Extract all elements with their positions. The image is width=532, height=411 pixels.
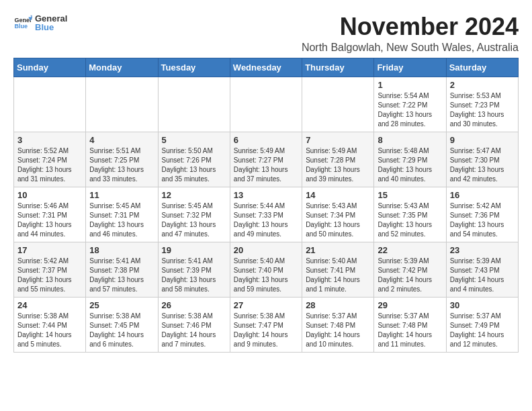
day-info: Sunrise: 5:39 AM Sunset: 7:43 PM Dayligh… — [450, 257, 515, 294]
calendar-cell: 24Sunrise: 5:38 AM Sunset: 7:44 PM Dayli… — [14, 297, 86, 352]
day-info: Sunrise: 5:42 AM Sunset: 7:36 PM Dayligh… — [450, 201, 515, 239]
calendar-week-3: 10Sunrise: 5:46 AM Sunset: 7:31 PM Dayli… — [14, 187, 519, 242]
calendar-cell — [158, 77, 230, 132]
day-info: Sunrise: 5:54 AM Sunset: 7:22 PM Dayligh… — [378, 91, 442, 129]
day-info: Sunrise: 5:46 AM Sunset: 7:31 PM Dayligh… — [17, 201, 82, 239]
calendar-cell: 18Sunrise: 5:41 AM Sunset: 7:38 PM Dayli… — [86, 242, 158, 297]
day-number: 25 — [89, 300, 154, 310]
calendar-table: SundayMondayTuesdayWednesdayThursdayFrid… — [13, 58, 519, 353]
calendar-cell: 19Sunrise: 5:41 AM Sunset: 7:39 PM Dayli… — [158, 242, 230, 297]
day-info: Sunrise: 5:43 AM Sunset: 7:34 PM Dayligh… — [306, 201, 370, 239]
day-info: Sunrise: 5:44 AM Sunset: 7:33 PM Dayligh… — [234, 201, 298, 239]
day-number: 2 — [450, 80, 515, 90]
day-info: Sunrise: 5:40 AM Sunset: 7:40 PM Dayligh… — [234, 257, 298, 294]
day-info: Sunrise: 5:49 AM Sunset: 7:27 PM Dayligh… — [234, 146, 298, 184]
calendar-cell: 22Sunrise: 5:39 AM Sunset: 7:42 PM Dayli… — [374, 242, 446, 297]
header-saturday: Saturday — [446, 58, 518, 77]
day-info: Sunrise: 5:38 AM Sunset: 7:44 PM Dayligh… — [17, 312, 82, 349]
day-number: 1 — [378, 80, 442, 90]
calendar-cell: 14Sunrise: 5:43 AM Sunset: 7:34 PM Dayli… — [302, 187, 374, 242]
header-sunday: Sunday — [14, 58, 86, 77]
calendar-cell: 21Sunrise: 5:40 AM Sunset: 7:41 PM Dayli… — [302, 242, 374, 297]
header-monday: Monday — [86, 58, 158, 77]
day-info: Sunrise: 5:38 AM Sunset: 7:46 PM Dayligh… — [162, 312, 226, 349]
calendar-cell: 20Sunrise: 5:40 AM Sunset: 7:40 PM Dayli… — [230, 242, 302, 297]
logo: General Blue General Blue — [13, 13, 67, 32]
calendar-cell: 8Sunrise: 5:48 AM Sunset: 7:29 PM Daylig… — [374, 132, 446, 187]
day-number: 10 — [17, 190, 82, 200]
calendar-week-2: 3Sunrise: 5:52 AM Sunset: 7:24 PM Daylig… — [14, 132, 519, 187]
day-info: Sunrise: 5:39 AM Sunset: 7:42 PM Dayligh… — [378, 257, 442, 294]
calendar-cell — [86, 77, 158, 132]
header-wednesday: Wednesday — [230, 58, 302, 77]
page-header: General Blue General Blue November 2024 … — [13, 13, 519, 54]
title-area: November 2024 North Balgowlah, New South… — [302, 13, 519, 54]
logo-blue-text: Blue — [35, 22, 67, 32]
day-number: 14 — [306, 190, 370, 200]
day-number: 24 — [17, 300, 82, 310]
calendar-cell: 23Sunrise: 5:39 AM Sunset: 7:43 PM Dayli… — [446, 242, 518, 297]
day-number: 18 — [89, 245, 154, 255]
calendar-cell: 28Sunrise: 5:37 AM Sunset: 7:48 PM Dayli… — [302, 297, 374, 352]
calendar-cell: 17Sunrise: 5:42 AM Sunset: 7:37 PM Dayli… — [14, 242, 86, 297]
day-info: Sunrise: 5:53 AM Sunset: 7:23 PM Dayligh… — [450, 91, 515, 129]
logo-icon: General Blue — [13, 13, 32, 32]
day-number: 15 — [378, 190, 442, 200]
calendar-cell: 2Sunrise: 5:53 AM Sunset: 7:23 PM Daylig… — [446, 77, 518, 132]
calendar-cell: 9Sunrise: 5:47 AM Sunset: 7:30 PM Daylig… — [446, 132, 518, 187]
month-title: November 2024 — [302, 13, 519, 40]
calendar-cell: 15Sunrise: 5:43 AM Sunset: 7:35 PM Dayli… — [374, 187, 446, 242]
calendar-cell: 7Sunrise: 5:49 AM Sunset: 7:28 PM Daylig… — [302, 132, 374, 187]
day-number: 17 — [17, 245, 82, 255]
day-info: Sunrise: 5:43 AM Sunset: 7:35 PM Dayligh… — [378, 201, 442, 239]
day-number: 6 — [234, 135, 298, 145]
day-info: Sunrise: 5:52 AM Sunset: 7:24 PM Dayligh… — [17, 146, 82, 184]
location-title: North Balgowlah, New South Wales, Austra… — [302, 42, 519, 54]
day-number: 12 — [162, 190, 226, 200]
calendar-cell: 10Sunrise: 5:46 AM Sunset: 7:31 PM Dayli… — [14, 187, 86, 242]
calendar-cell — [230, 77, 302, 132]
day-number: 20 — [234, 245, 298, 255]
day-number: 5 — [162, 135, 226, 145]
day-info: Sunrise: 5:37 AM Sunset: 7:48 PM Dayligh… — [306, 312, 370, 349]
day-number: 27 — [234, 300, 298, 310]
calendar-cell: 4Sunrise: 5:51 AM Sunset: 7:25 PM Daylig… — [86, 132, 158, 187]
day-info: Sunrise: 5:50 AM Sunset: 7:26 PM Dayligh… — [162, 146, 226, 184]
day-number: 3 — [17, 135, 82, 145]
day-info: Sunrise: 5:38 AM Sunset: 7:45 PM Dayligh… — [89, 312, 154, 349]
day-info: Sunrise: 5:37 AM Sunset: 7:48 PM Dayligh… — [378, 312, 442, 349]
day-number: 19 — [162, 245, 226, 255]
calendar-cell: 3Sunrise: 5:52 AM Sunset: 7:24 PM Daylig… — [14, 132, 86, 187]
calendar-cell: 11Sunrise: 5:45 AM Sunset: 7:31 PM Dayli… — [86, 187, 158, 242]
day-info: Sunrise: 5:47 AM Sunset: 7:30 PM Dayligh… — [450, 146, 515, 184]
calendar-cell: 29Sunrise: 5:37 AM Sunset: 7:48 PM Dayli… — [374, 297, 446, 352]
day-number: 9 — [450, 135, 515, 145]
day-number: 26 — [162, 300, 226, 310]
day-info: Sunrise: 5:42 AM Sunset: 7:37 PM Dayligh… — [17, 257, 82, 294]
day-info: Sunrise: 5:41 AM Sunset: 7:38 PM Dayligh… — [89, 257, 154, 294]
day-number: 13 — [234, 190, 298, 200]
calendar-cell: 5Sunrise: 5:50 AM Sunset: 7:26 PM Daylig… — [158, 132, 230, 187]
header-tuesday: Tuesday — [158, 58, 230, 77]
calendar-cell: 26Sunrise: 5:38 AM Sunset: 7:46 PM Dayli… — [158, 297, 230, 352]
day-number: 8 — [378, 135, 442, 145]
calendar-cell: 1Sunrise: 5:54 AM Sunset: 7:22 PM Daylig… — [374, 77, 446, 132]
day-number: 30 — [450, 300, 515, 310]
calendar-cell: 12Sunrise: 5:45 AM Sunset: 7:32 PM Dayli… — [158, 187, 230, 242]
calendar-week-5: 24Sunrise: 5:38 AM Sunset: 7:44 PM Dayli… — [14, 297, 519, 352]
day-info: Sunrise: 5:51 AM Sunset: 7:25 PM Dayligh… — [89, 146, 154, 184]
day-number: 7 — [306, 135, 370, 145]
day-number: 28 — [306, 300, 370, 310]
day-number: 29 — [378, 300, 442, 310]
day-number: 22 — [378, 245, 442, 255]
calendar-header-row: SundayMondayTuesdayWednesdayThursdayFrid… — [14, 58, 519, 77]
day-info: Sunrise: 5:45 AM Sunset: 7:31 PM Dayligh… — [89, 201, 154, 239]
calendar-cell: 25Sunrise: 5:38 AM Sunset: 7:45 PM Dayli… — [86, 297, 158, 352]
calendar-cell — [302, 77, 374, 132]
day-info: Sunrise: 5:40 AM Sunset: 7:41 PM Dayligh… — [306, 257, 370, 294]
svg-text:Blue: Blue — [14, 23, 28, 30]
day-number: 11 — [89, 190, 154, 200]
calendar-cell: 13Sunrise: 5:44 AM Sunset: 7:33 PM Dayli… — [230, 187, 302, 242]
day-number: 23 — [450, 245, 515, 255]
calendar-cell: 27Sunrise: 5:38 AM Sunset: 7:47 PM Dayli… — [230, 297, 302, 352]
